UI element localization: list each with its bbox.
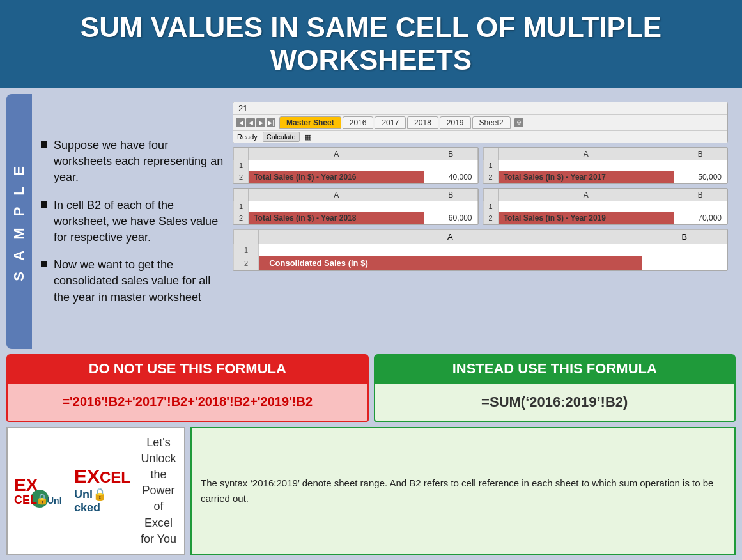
bullet-text-1: Suppose we have four worksheets each rep… xyxy=(54,137,226,186)
spreadsheet-table-2019: A B 1 xyxy=(483,189,728,224)
tab-2017[interactable]: 2017 xyxy=(375,116,406,129)
bullet-text-3: Now we want to get the consolidated sale… xyxy=(54,257,226,306)
sample-section: S A M P L E Suppose we have four workshe… xyxy=(6,94,736,349)
tab-2016[interactable]: 2016 xyxy=(343,116,374,129)
status-icon: ▦ xyxy=(305,133,311,141)
cell-b1-2018 xyxy=(424,201,477,212)
row-num: 1 xyxy=(234,160,249,171)
cell-a2-2018: Total Sales (in $) - Year 2018 xyxy=(249,212,424,224)
sample-label-bar: S A M P L E xyxy=(6,94,32,349)
bullet-square-2 xyxy=(41,201,47,208)
corner-cell-2019 xyxy=(483,189,498,201)
bullet-square-1 xyxy=(41,141,47,148)
bullet-item-3: Now we want to get the consolidated sale… xyxy=(41,257,226,306)
col-b-header-master: B xyxy=(642,230,727,244)
corner-cell-2016 xyxy=(234,148,249,160)
cell-b2-2016: 40,000 xyxy=(424,171,477,183)
do-not-use-formula: ='2016'!B2+'2017'!B2+'2018'!B2+'2019'!B2 xyxy=(6,384,369,422)
bullet-square-3 xyxy=(41,261,47,267)
cell-a2-master: Consolidated Sales (in $) xyxy=(259,256,642,270)
table-row: 1 xyxy=(483,160,727,171)
logo-unlocked: Unl🔒cked xyxy=(74,487,130,515)
col-a-header-master: A xyxy=(259,230,642,244)
row-num: 2 xyxy=(234,212,249,224)
table-row: 1 xyxy=(234,244,727,256)
sample-inner: Suppose we have four worksheets each rep… xyxy=(32,94,736,349)
nav-next[interactable]: ▶ xyxy=(256,118,265,127)
sheet-tab-nav[interactable]: |◀ ◀ ▶ ▶| xyxy=(236,118,275,127)
cell-a1-2018 xyxy=(249,201,424,212)
excel-logo-svg: EX 🔒 CEL Unl xyxy=(14,471,65,509)
cell-a2-2016: Total Sales (in $) - Year 2016 xyxy=(249,171,424,183)
table-row: 1 xyxy=(234,201,478,212)
cell-b1-2016 xyxy=(424,160,477,171)
cell-a2-2017: Total Sales (in $) - Year 2017 xyxy=(498,171,674,183)
row-number-bar: 21 xyxy=(233,102,727,115)
use-this-panel: INSTEAD USE THIS FORMULA =SUM(‘2016:2019… xyxy=(374,354,736,422)
sample-label-text: S A M P L E xyxy=(11,162,27,281)
table-2017: A B 1 xyxy=(483,147,729,184)
bullet-points: Suppose we have four worksheets each rep… xyxy=(41,102,226,341)
cell-a1-2016 xyxy=(249,160,424,171)
tab-master-sheet[interactable]: Master Sheet xyxy=(279,116,341,129)
page-title: SUM VALUES IN SAME CELL OF MULTIPLE WORK… xyxy=(19,12,723,76)
table-2018: A B 1 xyxy=(233,188,479,225)
tab-2019[interactable]: 2019 xyxy=(440,116,471,129)
sheet-tabs-row: |◀ ◀ ▶ ▶| Master Sheet 2016 2017 2018 20… xyxy=(233,115,727,131)
logo-name: EXCEL xyxy=(74,467,130,486)
spreadsheet-area: 21 |◀ ◀ ▶ ▶| Master Sheet 2016 2017 xyxy=(233,102,728,341)
col-b-header-2017: B xyxy=(674,148,727,160)
table-2019: A B 1 xyxy=(483,188,729,225)
spreadsheet-table-2017: A B 1 xyxy=(483,148,728,183)
row-num: 2 xyxy=(234,171,249,183)
nav-first[interactable]: |◀ xyxy=(236,118,245,127)
col-a-header-2016: A xyxy=(249,148,424,160)
corner-cell-master xyxy=(234,230,259,244)
add-sheet[interactable]: ⚙ xyxy=(514,118,523,127)
status-text: Ready xyxy=(237,133,258,141)
cell-a1-master xyxy=(259,244,642,256)
bullet-item-2: In cell B2 of each of the worksheet, we … xyxy=(41,198,226,246)
use-this-formula: =SUM(‘2016:2019’!B2) xyxy=(374,384,736,422)
spreadsheet-table-2018: A B 1 xyxy=(233,189,478,224)
cell-b2-2019: 70,000 xyxy=(674,212,727,224)
spreadsheet-table-2016: A B 1 xyxy=(233,148,478,183)
logo-cel: CEL xyxy=(100,469,130,486)
cell-b1-2019 xyxy=(674,201,727,212)
nav-prev[interactable]: ◀ xyxy=(246,118,255,127)
svg-text:🔒: 🔒 xyxy=(36,493,49,505)
col-a-header-2017: A xyxy=(498,148,674,160)
col-b-header-2019: B xyxy=(674,189,727,201)
cell-b1-master xyxy=(642,244,727,256)
tab-2018[interactable]: 2018 xyxy=(407,116,438,129)
table-row: 2 Total Sales (in $) - Year 2019 70,000 xyxy=(483,212,727,224)
svg-text:CEL: CEL xyxy=(14,494,37,506)
svg-text:Unl: Unl xyxy=(47,495,62,506)
logo-panel: EX 🔒 CEL Unl EXCEL Unl🔒cked Let's Unlock… xyxy=(6,427,185,555)
tab-sheet2[interactable]: Sheet2 xyxy=(472,116,511,129)
status-bar: Ready Calculate ▦ xyxy=(233,131,727,143)
nav-last[interactable]: ▶| xyxy=(267,118,275,127)
row-num: 1 xyxy=(234,244,259,256)
logo-graphic: EX 🔒 CEL Unl xyxy=(14,471,65,511)
row-num: 1 xyxy=(483,160,498,171)
main-container: SUM VALUES IN SAME CELL OF MULTIPLE WORK… xyxy=(0,0,742,560)
cell-b2-master xyxy=(642,256,727,270)
cell-b2-2017: 50,000 xyxy=(674,171,727,183)
table-row: 2 Total Sales (in $) - Year 2016 40,000 xyxy=(234,171,478,183)
cell-b1-2017 xyxy=(674,160,727,171)
header-section: SUM VALUES IN SAME CELL OF MULTIPLE WORK… xyxy=(0,0,742,88)
corner-cell-2018 xyxy=(234,189,249,201)
col-a-header-2018: A xyxy=(249,189,424,201)
small-tables-grid: A B 1 xyxy=(233,147,728,225)
cell-a1-2017 xyxy=(498,160,674,171)
row-num: 1 xyxy=(483,201,498,212)
table-2016: A B 1 xyxy=(233,147,479,184)
calculate-btn[interactable]: Calculate xyxy=(263,132,300,142)
row-num: 2 xyxy=(483,171,498,183)
col-a-header-2019: A xyxy=(498,189,674,201)
row-num: 1 xyxy=(234,201,249,212)
use-this-header: INSTEAD USE THIS FORMULA xyxy=(374,354,736,384)
footer-section: EX 🔒 CEL Unl EXCEL Unl🔒cked Let's Unlock… xyxy=(6,427,736,555)
do-not-use-header: DO NOT USE THIS FORMULA xyxy=(6,354,369,384)
